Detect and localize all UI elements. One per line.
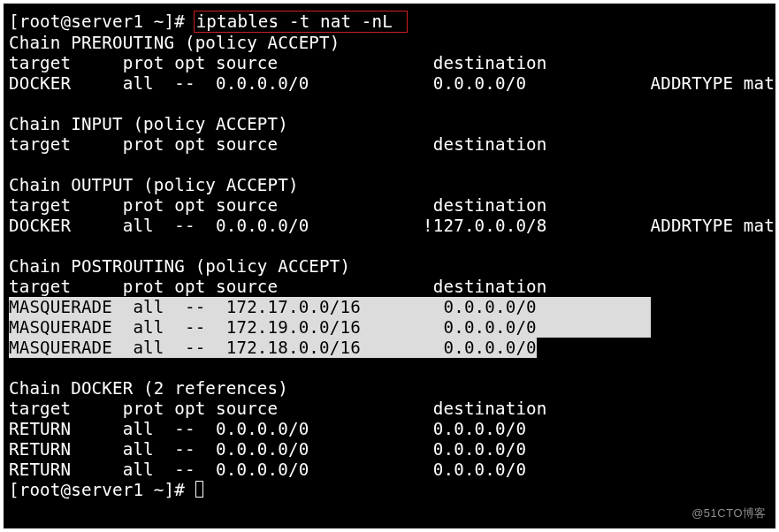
chain-postrouting-title: Chain POSTROUTING (policy ACCEPT): [9, 256, 350, 277]
highlighted-command: iptables -t nat -nL: [194, 11, 408, 33]
watermark: @51CTO博客: [691, 503, 767, 523]
chain-input-title: Chain INPUT (policy ACCEPT): [9, 114, 288, 134]
chain-prerouting-title: Chain PREROUTING (policy ACCEPT): [9, 33, 340, 53]
chain-docker-row: RETURN all -- 0.0.0.0/0 0.0.0.0/0: [9, 439, 640, 460]
chain-postrouting-row-hl: MASQUERADE all -- 172.17.0.0/16 0.0.0.0/…: [9, 297, 651, 317]
chain-postrouting-row-hl: MASQUERADE all -- 172.18.0.0/16 0.0.0.0/…: [9, 338, 537, 358]
chain-docker-title: Chain DOCKER (2 references): [9, 378, 288, 399]
chain-output-header: target prot opt source destination: [9, 195, 640, 216]
terminal-window[interactable]: [root@server1 ~]# iptables -t nat -nL Ch…: [4, 4, 775, 528]
chain-output-title: Chain OUTPUT (policy ACCEPT): [9, 175, 299, 195]
shell-prompt: [root@server1 ~]#: [9, 480, 195, 500]
cursor[interactable]: [195, 481, 203, 498]
chain-postrouting-header: target prot opt source destination: [9, 277, 640, 297]
chain-prerouting-row: DOCKER all -- 0.0.0.0/0 0.0.0.0/0 ADDRTY…: [9, 73, 775, 94]
chain-docker-row: RETURN all -- 0.0.0.0/0 0.0.0.0/0: [9, 460, 640, 480]
chain-docker-header: target prot opt source destination: [9, 399, 640, 419]
chain-postrouting-row-hl: MASQUERADE all -- 172.19.0.0/16 0.0.0.0/…: [9, 317, 651, 338]
chain-prerouting-header: target prot opt source destination: [9, 53, 640, 73]
shell-prompt: [root@server1 ~]#: [9, 11, 195, 32]
chain-output-row: DOCKER all -- 0.0.0.0/0 !127.0.0.0/8 ADD…: [9, 216, 775, 236]
chain-docker-row: RETURN all -- 0.0.0.0/0 0.0.0.0/0: [9, 419, 640, 439]
chain-input-header: target prot opt source destination: [9, 134, 640, 155]
